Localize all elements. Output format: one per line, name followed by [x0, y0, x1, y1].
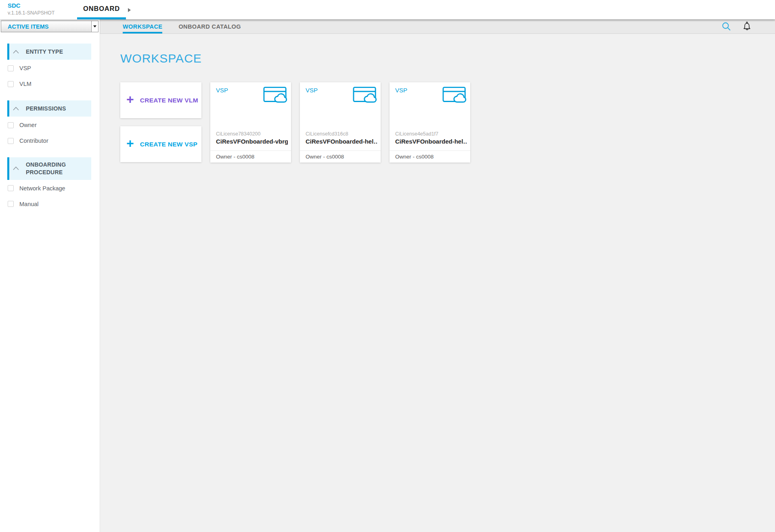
create-buttons-column: + CREATE NEW VLM + CREATE NEW VSP [120, 82, 201, 163]
vsp-cloud-icon [263, 86, 288, 105]
filter-select-area: ACTIVE ITEMS [0, 19, 100, 34]
filter-sidebar: ENTITY TYPE VSP VLM PERMISSIONS Owner [0, 34, 100, 532]
content: ENTITY TYPE VSP VLM PERMISSIONS Owner [0, 34, 775, 532]
create-new-vlm-button[interactable]: + CREATE NEW VLM [120, 82, 201, 118]
section-header-entity-type[interactable]: ENTITY TYPE [7, 44, 91, 60]
filter-option-network-package[interactable]: Network Package [7, 181, 91, 196]
nav-tab-onboard[interactable]: ONBOARD [77, 0, 126, 19]
tab-workspace[interactable]: WORKSPACE [123, 19, 162, 33]
card-info: CiLicensefcd316c8 CiResVFOnboarded-hel… [306, 131, 377, 145]
card-type-label: VSP [306, 87, 318, 94]
toolbar: ACTIVE ITEMS WORKSPACE ONBOARD CATALOG [0, 19, 775, 34]
vsp-cloud-icon [353, 86, 378, 105]
filter-section-entity-type: ENTITY TYPE VSP VLM [7, 44, 91, 91]
create-new-vsp-label: CREATE NEW VSP [140, 141, 198, 148]
create-new-vsp-button[interactable]: + CREATE NEW VSP [120, 126, 201, 162]
section-title: ENTITY TYPE [26, 48, 63, 56]
active-items-select[interactable]: ACTIVE ITEMS [1, 21, 98, 32]
tab-workspace-label: WORKSPACE [123, 23, 162, 30]
nav-tab-onboard-label: ONBOARD [83, 5, 120, 13]
filter-section-onboarding-procedure: ONBOARDING PROCEDURE Network Package Man… [7, 157, 91, 211]
checkbox-contributor[interactable] [8, 138, 14, 144]
section-title: PERMISSIONS [26, 105, 66, 113]
filter-option-vsp[interactable]: VSP [7, 61, 91, 75]
card-name: CiResVFOnboarded-hel… [395, 138, 467, 145]
card-license: CiLicense4e5ad1f7 [395, 131, 467, 137]
create-new-vlm-label: CREATE NEW VLM [140, 97, 198, 104]
nav-expand-arrow-icon[interactable] [128, 8, 131, 12]
tab-onboard-catalog-label: ONBOARD CATALOG [178, 23, 241, 30]
section-title: ONBOARDING PROCEDURE [26, 161, 88, 176]
section-header-permissions[interactable]: PERMISSIONS [7, 100, 91, 117]
view-tabbar: WORKSPACE ONBOARD CATALOG [100, 19, 775, 34]
app-logo[interactable]: SDC v.1.16.1-SNAPSHOT [8, 2, 54, 16]
card-owner: Owner - cs0008 [210, 150, 291, 163]
top-header: SDC v.1.16.1-SNAPSHOT ONBOARD [0, 0, 775, 19]
search-icon[interactable] [722, 22, 731, 31]
notifications-bell-icon[interactable] [742, 21, 752, 31]
app-logo-title: SDC [8, 2, 54, 9]
cards-row: + CREATE NEW VLM + CREATE NEW VSP VSP [120, 82, 775, 163]
checkbox-network-package[interactable] [8, 185, 14, 191]
vsp-card[interactable]: VSP CiLicense78340200 CiResVFOnboarded-v… [210, 82, 291, 163]
filter-option-contributor[interactable]: Contributor [7, 133, 91, 148]
plus-icon: + [126, 93, 134, 106]
filter-option-label: VSP [19, 65, 31, 71]
section-header-onboarding-procedure[interactable]: ONBOARDING PROCEDURE [7, 157, 91, 180]
card-type-label: VSP [395, 87, 407, 94]
filter-option-owner[interactable]: Owner [7, 117, 91, 132]
card-license: CiLicensefcd316c8 [306, 131, 377, 137]
filter-option-label: Network Package [19, 185, 65, 192]
workspace-main: WORKSPACE + CREATE NEW VLM + CREATE NEW … [100, 34, 775, 532]
filter-option-label: Manual [19, 201, 39, 207]
toolbar-icons [722, 19, 775, 33]
card-type-label: VSP [216, 87, 228, 94]
chevron-up-icon [13, 167, 19, 170]
vsp-card[interactable]: VSP CiLicensefcd316c8 CiResVFOnboarded-h… [300, 82, 381, 163]
tab-onboard-catalog[interactable]: ONBOARD CATALOG [178, 19, 241, 33]
card-owner: Owner - cs0008 [300, 150, 381, 163]
page-title: WORKSPACE [120, 52, 775, 65]
filter-section-permissions: PERMISSIONS Owner Contributor [7, 100, 91, 148]
vsp-cloud-icon [442, 86, 467, 105]
filter-option-label: VLM [19, 81, 31, 87]
checkbox-vsp[interactable] [8, 65, 14, 71]
plus-icon: + [126, 137, 134, 150]
filter-option-vlm[interactable]: VLM [7, 76, 91, 91]
vsp-card[interactable]: VSP CiLicense4e5ad1f7 CiResVFOnboarded-h… [390, 82, 470, 163]
card-owner: Owner - cs0008 [390, 150, 470, 163]
card-info: CiLicense4e5ad1f7 CiResVFOnboarded-hel… [395, 131, 467, 145]
filter-option-label: Owner [19, 122, 37, 128]
checkbox-manual[interactable] [8, 201, 14, 207]
card-name: CiResVFOnboarded-vbrg… [216, 138, 288, 145]
card-info: CiLicense78340200 CiResVFOnboarded-vbrg… [216, 131, 288, 145]
chevron-up-icon [13, 107, 19, 111]
checkbox-owner[interactable] [8, 122, 14, 128]
app-version: v.1.16.1-SNAPSHOT [8, 10, 54, 16]
checkbox-vlm[interactable] [8, 81, 14, 87]
card-name: CiResVFOnboarded-hel… [306, 138, 377, 145]
filter-option-label: Contributor [19, 138, 48, 144]
active-items-select-value: ACTIVE ITEMS [8, 23, 49, 30]
chevron-up-icon [13, 50, 19, 54]
filter-option-manual[interactable]: Manual [7, 196, 91, 211]
select-caret-icon [91, 21, 98, 32]
card-license: CiLicense78340200 [216, 131, 288, 137]
